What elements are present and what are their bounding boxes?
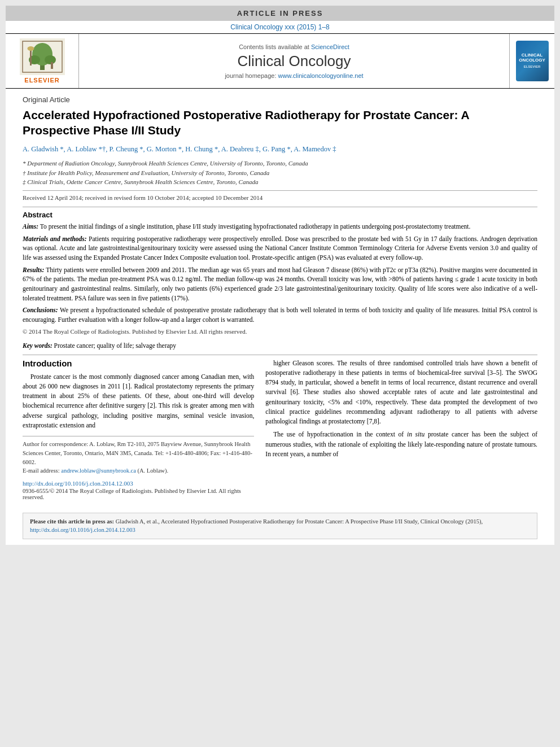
journal-reference: Clinical Oncology xxx (2015) 1–8 — [6, 21, 554, 33]
article-type: Original Article — [23, 95, 537, 104]
journal-title: Clinical Oncology — [238, 53, 351, 70]
left-column: Introduction Prostate cancer is the most… — [23, 359, 254, 501]
sciencedirect-link[interactable]: ScienceDirect — [311, 43, 349, 50]
abstract-copyright: © 2014 The Royal College of Radiologists… — [23, 327, 537, 337]
abstract-title: Abstract — [23, 211, 537, 219]
abstract-aims: Aims: To present the initial findings of… — [23, 222, 537, 231]
abstract-section: Abstract Aims: To present the initial fi… — [23, 211, 537, 337]
divider-3 — [23, 355, 537, 355]
email-person: (A. Loblaw). — [137, 468, 168, 474]
article-title: Accelerated Hypofractioned Postoperative… — [23, 107, 537, 138]
keywords-text: Prostate cancer; quality of life; salvag… — [54, 342, 177, 349]
footnote-email: E-mail address: andrew.loblaw@sunnybrook… — [23, 466, 254, 475]
introduction-title: Introduction — [23, 359, 254, 368]
article-in-press-banner: ARTICLE IN PRESS — [6, 6, 554, 21]
sciencedirect-label: Contents lists available at — [239, 43, 309, 50]
conclusions-label: Conclusions: — [23, 307, 58, 313]
banner-text: ARTICLE IN PRESS — [237, 9, 323, 18]
introduction-text-right: higher Gleason scores. The results of th… — [265, 359, 537, 460]
sciencedirect-line: Contents lists available at ScienceDirec… — [239, 43, 349, 50]
affiliations: * Department of Radiation Oncology, Sunn… — [23, 159, 537, 187]
doi-link[interactable]: http://dx.doi.org/10.1016/j.clon.2014.12… — [23, 480, 254, 487]
article-content: Original Article Accelerated Hypofractio… — [6, 89, 554, 507]
journal-homepage: journal homepage: www.clinicaloncologyon… — [225, 72, 363, 79]
homepage-label: journal homepage: — [225, 72, 276, 79]
svg-rect-8 — [51, 62, 53, 69]
bottom-links: http://dx.doi.org/10.1016/j.clon.2014.12… — [23, 480, 254, 500]
journal-center: Contents lists available at ScienceDirec… — [79, 34, 509, 88]
citation-label: Please cite this article in press as: — [30, 518, 114, 525]
abstract-conclusions: Conclusions: We present a hypofractionat… — [23, 305, 537, 324]
abstract-results: Results: Thirty patients were enrolled b… — [23, 265, 537, 303]
elsevier-wordmark: ELSEVIER — [24, 77, 59, 84]
svg-rect-6 — [30, 50, 32, 65]
divider-2 — [23, 207, 537, 207]
elsevier-logo: ELSEVIER — [6, 34, 79, 88]
affiliation-3: ‡ Clinical Trials, Odette Cancer Centre,… — [23, 177, 537, 187]
aims-text: To present the initial findings of a sin… — [40, 223, 471, 230]
abstract-text: Aims: To present the initial findings of… — [23, 222, 537, 337]
elsevier-tree-icon — [20, 38, 65, 75]
page: ARTICLE IN PRESS Clinical Oncology xxx (… — [6, 6, 554, 545]
conclusions-text: We present a hypofractionated schedule o… — [23, 307, 537, 323]
svg-point-7 — [27, 46, 34, 51]
doi-url[interactable]: http://dx.doi.org/10.1016/j.clon.2014.12… — [23, 480, 133, 487]
homepage-link[interactable]: www.clinicaloncologyonline.net — [278, 72, 364, 79]
intro-para-3: The use of hypofractionation in the cont… — [265, 430, 537, 459]
intro-para-2: higher Gleason scores. The results of th… — [265, 359, 537, 427]
citation-box: Please cite this article in press as: Gl… — [23, 513, 537, 539]
intro-para-1: Prostate cancer is the most commonly dia… — [23, 372, 254, 431]
affiliation-1: * Department of Radiation Oncology, Sunn… — [23, 159, 537, 168]
email-address[interactable]: andrew.loblaw@sunnybrook.ca — [61, 468, 136, 474]
keywords: Key words: Prostate cancer; quality of l… — [23, 342, 537, 349]
right-column: higher Gleason scores. The results of th… — [265, 359, 537, 501]
clinical-oncology-logo: CLINICALONCOLOGY ELSEVIER — [516, 41, 549, 81]
journal-logo-right: CLINICALONCOLOGY ELSEVIER — [509, 34, 554, 88]
authors: A. Gladwish *, A. Loblaw *†, P. Cheung *… — [23, 144, 537, 155]
received-line: Received 12 April 2014; received in revi… — [23, 194, 537, 201]
results-text: Thirty patients were enrolled between 20… — [23, 267, 537, 302]
footnote-correspondence: Author for correspondence: A. Loblaw, Rm… — [23, 440, 254, 466]
aims-label: Aims: — [23, 223, 38, 230]
journal-header: ELSEVIER Contents lists available at Sci… — [6, 33, 554, 89]
citation-text: Gladwish A, et al., Accelerated Hypofrac… — [116, 518, 483, 525]
abstract-methods: Materials and methods: Patients requirin… — [23, 234, 537, 263]
journal-ref-text: Clinical Oncology xxx (2015) 1–8 — [230, 23, 329, 31]
introduction-text-left: Prostate cancer is the most commonly dia… — [23, 372, 254, 431]
affiliation-2: † Institute for Health Policy, Measureme… — [23, 168, 537, 178]
bottom-copyright: 0936-6555/© 2014 The Royal College of Ra… — [23, 488, 254, 500]
results-label: Results: — [23, 267, 44, 273]
keywords-label: Key words: — [23, 342, 53, 349]
methods-text: Patients requiring postoperative radioth… — [23, 235, 537, 261]
email-label: E-mail address: — [23, 468, 60, 474]
two-column-body: Introduction Prostate cancer is the most… — [23, 359, 537, 501]
divider-1 — [23, 190, 537, 191]
citation-doi[interactable]: http://dx.doi.org/10.1016/j.clon.2014.12… — [30, 527, 135, 533]
methods-label: Materials and methods: — [23, 235, 87, 242]
svg-point-5 — [45, 55, 56, 64]
footnote-area: Author for correspondence: A. Loblaw, Rm… — [23, 436, 254, 475]
